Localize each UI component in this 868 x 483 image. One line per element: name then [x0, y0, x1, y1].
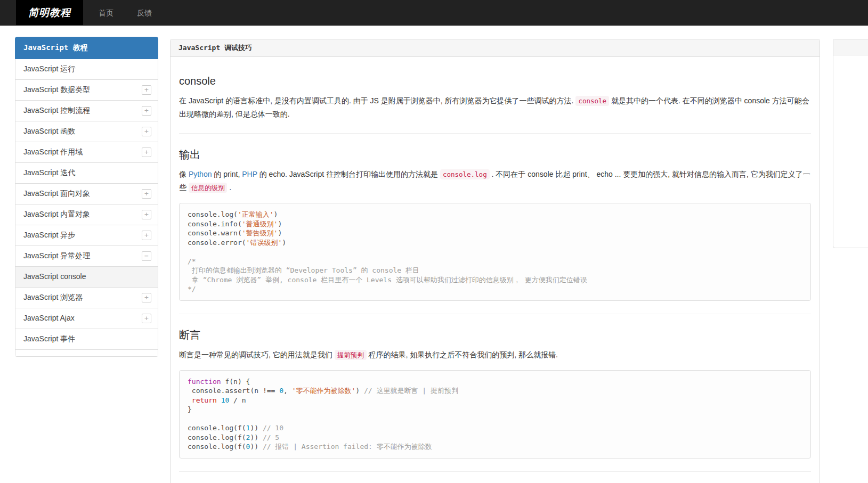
right-panel-heading: [833, 39, 868, 55]
sidebar-item-label: JavaScript Ajax: [23, 314, 75, 322]
section-heading: console: [179, 75, 811, 87]
nav-link-home[interactable]: 首页: [91, 0, 121, 25]
sidebar-item-label: JavaScript 控制流程: [23, 106, 90, 114]
section-heading: 断言: [179, 329, 811, 341]
sidebar-item-label: JavaScript 浏览器: [23, 293, 83, 301]
plus-icon[interactable]: +: [142, 231, 151, 240]
sidebar-item-label: JavaScript 事件: [23, 334, 75, 343]
sidebar-item-label: JavaScript 作用域: [23, 148, 83, 156]
divider: [179, 471, 811, 472]
plus-icon[interactable]: +: [142, 148, 151, 157]
plus-icon[interactable]: +: [142, 189, 151, 199]
page-title: JavaScript 调试技巧: [171, 39, 820, 57]
plus-icon[interactable]: +: [142, 127, 151, 136]
sidebar-item[interactable]: JavaScript 内置对象+: [15, 204, 158, 225]
sidebar-item[interactable]: JavaScript 函数+: [15, 121, 158, 142]
inline-code: console: [575, 96, 609, 106]
sidebar-item[interactable]: JavaScript 迭代: [15, 163, 158, 184]
plus-icon[interactable]: +: [142, 85, 151, 95]
sidebar-item-label: JavaScript 异步: [23, 231, 75, 239]
sidebar: JavaScript 教程 JavaScript 运行JavaScript 数据…: [15, 37, 158, 357]
top-navbar: 简明教程 首页 反馈: [0, 0, 868, 26]
sidebar-item-label: JavaScript 内置对象: [23, 210, 90, 218]
sidebar-item-label: JavaScript 运行: [23, 64, 75, 73]
code-block: console.log('正常输入') console.info('普通级别')…: [179, 203, 811, 301]
sidebar-item-label: JavaScript 异常处理: [23, 251, 90, 260]
sidebar-item-partial: [15, 350, 158, 356]
plus-icon[interactable]: +: [142, 106, 151, 116]
right-panel-partial: [833, 39, 868, 248]
sidebar-item[interactable]: JavaScript 浏览器+: [15, 288, 158, 308]
plus-icon[interactable]: +: [142, 314, 151, 323]
article-body: console在 JavaScript 的语言标准中, 是没有内置调试工具的. …: [171, 57, 820, 483]
sidebar-item[interactable]: JavaScript 运行: [15, 59, 158, 80]
paragraph: 像 Python 的 print, PHP 的 echo. JavaScript…: [179, 168, 811, 194]
sidebar-item-label: JavaScript 函数: [23, 127, 75, 135]
divider: [179, 133, 811, 134]
plus-icon[interactable]: +: [142, 210, 151, 219]
sidebar-item[interactable]: JavaScript 异常处理−: [15, 246, 158, 267]
sidebar-item-label: JavaScript console: [23, 272, 86, 281]
code-block: function f(n) { console.assert(n !== 0, …: [179, 370, 811, 459]
plus-icon[interactable]: +: [142, 293, 151, 302]
sidebar-item-label: JavaScript 迭代: [23, 168, 75, 177]
sidebar-item-label: JavaScript 数据类型: [23, 85, 90, 94]
sidebar-item[interactable]: JavaScript console: [15, 267, 158, 288]
sidebar-item[interactable]: JavaScript 面向对象+: [15, 184, 158, 204]
sidebar-item[interactable]: JavaScript 控制流程+: [15, 101, 158, 121]
inline-code: 信息的级别: [189, 183, 228, 193]
inline-code: console.log: [440, 169, 490, 179]
inline-code: 提前预判: [335, 350, 367, 360]
text-link[interactable]: Python: [189, 170, 212, 178]
paragraph: 断言是一种常见的调试技巧, 它的用法就是我们 提前预判 程序的结果, 如果执行之…: [179, 348, 811, 362]
minus-icon[interactable]: −: [142, 251, 151, 261]
sidebar-item[interactable]: JavaScript 事件: [15, 329, 158, 350]
sidebar-item[interactable]: JavaScript 异步+: [15, 225, 158, 246]
section-heading: 输出: [179, 149, 811, 160]
sidebar-item-label: JavaScript 面向对象: [23, 189, 90, 198]
sidebar-item[interactable]: JavaScript 作用域+: [15, 142, 158, 163]
brand-logo[interactable]: 简明教程: [16, 0, 83, 25]
text-link[interactable]: PHP: [242, 170, 257, 178]
sidebar-header: JavaScript 教程: [15, 37, 158, 59]
sidebar-list: JavaScript 运行JavaScript 数据类型+JavaScript …: [15, 59, 158, 357]
nav-link-feedback[interactable]: 反馈: [129, 0, 160, 25]
paragraph: 在 JavaScript 的语言标准中, 是没有内置调试工具的. 由于 JS 是…: [179, 94, 811, 120]
sidebar-item[interactable]: JavaScript 数据类型+: [15, 80, 158, 101]
divider: [179, 314, 811, 314]
article-panel: JavaScript 调试技巧 console在 JavaScript 的语言标…: [170, 39, 820, 483]
sidebar-item[interactable]: JavaScript Ajax+: [15, 308, 158, 329]
